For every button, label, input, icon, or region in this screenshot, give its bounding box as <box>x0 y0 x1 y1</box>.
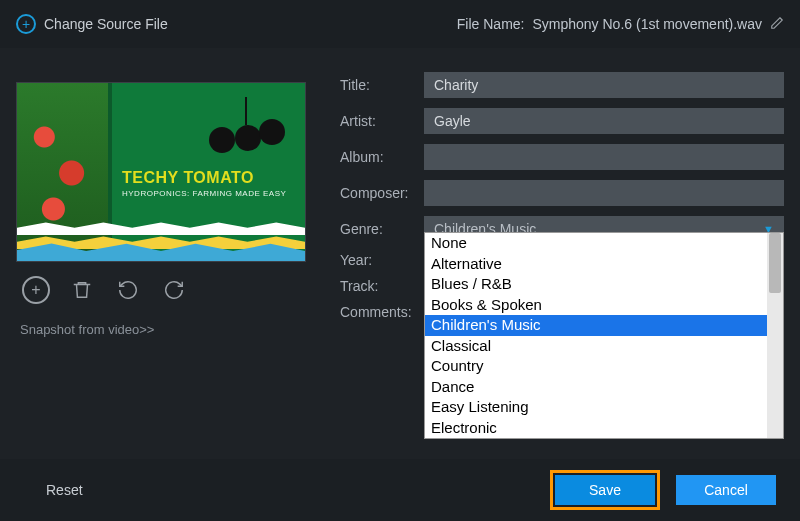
genre-option-electronic[interactable]: Electronic <box>425 418 767 439</box>
genre-dropdown-list[interactable]: None Alternative Blues / R&B Books & Spo… <box>424 232 784 439</box>
reset-button[interactable]: Reset <box>24 475 105 505</box>
top-bar: + Change Source File File Name: Symphony… <box>0 0 800 48</box>
dropdown-scrollbar[interactable] <box>767 233 783 438</box>
pencil-edit-icon[interactable] <box>770 16 784 33</box>
genre-option-alternative[interactable]: Alternative <box>425 254 767 275</box>
brand-block: TECHY TOMATO HYDROPONICS: FARMING MADE E… <box>122 169 286 198</box>
save-highlight: Save <box>550 470 660 510</box>
genre-option-books-spoken[interactable]: Books & Spoken <box>425 295 767 316</box>
change-source-label: Change Source File <box>44 16 168 32</box>
snapshot-from-video-link[interactable]: Snapshot from video>> <box>16 314 316 345</box>
file-name-display: File Name: Symphony No.6 (1st movement).… <box>457 16 784 33</box>
genre-option-easy-listening[interactable]: Easy Listening <box>425 397 767 418</box>
save-button[interactable]: Save <box>555 475 655 505</box>
album-label: Album: <box>340 149 424 165</box>
file-name-value: Symphony No.6 (1st movement).wav <box>532 16 762 32</box>
genre-option-country[interactable]: Country <box>425 356 767 377</box>
wave-decoration <box>17 207 305 261</box>
genre-option-blues-rnb[interactable]: Blues / R&B <box>425 274 767 295</box>
delete-artwork-button[interactable] <box>68 276 96 304</box>
genre-option-childrens-music[interactable]: Children's Music <box>425 315 767 336</box>
title-input[interactable] <box>424 72 784 98</box>
genre-label: Genre: <box>340 221 424 237</box>
scrollbar-thumb[interactable] <box>769 233 781 293</box>
album-input[interactable] <box>424 144 784 170</box>
file-name-label: File Name: <box>457 16 525 32</box>
track-label: Track: <box>340 278 424 294</box>
comments-label: Comments: <box>340 304 424 320</box>
add-artwork-button[interactable]: + <box>22 276 50 304</box>
artist-label: Artist: <box>340 113 424 129</box>
brand-title: TECHY TOMATO <box>122 169 286 187</box>
thumbnail-toolbar: + <box>16 262 316 314</box>
brand-subtitle: HYDROPONICS: FARMING MADE EASY <box>122 189 286 198</box>
plus-circle-icon: + <box>16 14 36 34</box>
genre-option-none[interactable]: None <box>425 233 767 254</box>
tomato-illustration <box>201 97 291 159</box>
rotate-ccw-button[interactable] <box>114 276 142 304</box>
genre-option-classical[interactable]: Classical <box>425 336 767 357</box>
title-label: Title: <box>340 77 424 93</box>
artwork-thumbnail[interactable]: TECHY TOMATO HYDROPONICS: FARMING MADE E… <box>16 82 306 262</box>
rotate-cw-button[interactable] <box>160 276 188 304</box>
composer-input[interactable] <box>424 180 784 206</box>
change-source-file-button[interactable]: + Change Source File <box>16 14 168 34</box>
composer-label: Composer: <box>340 185 424 201</box>
genre-option-dance[interactable]: Dance <box>425 377 767 398</box>
year-label: Year: <box>340 252 424 268</box>
artist-input[interactable] <box>424 108 784 134</box>
cancel-button[interactable]: Cancel <box>676 475 776 505</box>
footer-bar: Reset Save Cancel <box>0 459 800 521</box>
